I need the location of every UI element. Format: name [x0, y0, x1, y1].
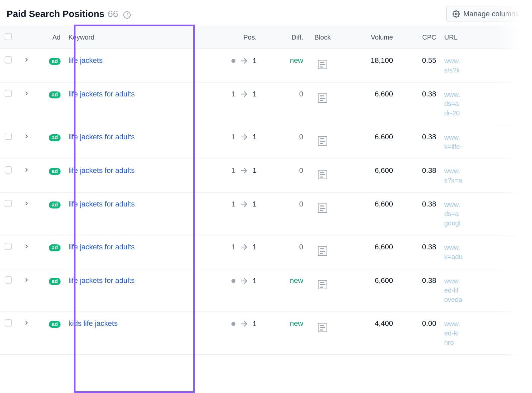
table-row: ad life jackets 1 new 18,100 0.55 www.s/…: [0, 49, 532, 82]
col-volume[interactable]: Volume: [339, 26, 396, 49]
cpc-value: 0.55: [422, 56, 436, 65]
url-fragment: s?k=a: [444, 176, 529, 185]
chevron-right-icon[interactable]: [24, 200, 30, 206]
col-diff[interactable]: Diff.: [259, 26, 306, 49]
keyword-link[interactable]: life jackets for adults: [68, 90, 135, 98]
url-link[interactable]: www.ds=agoogl: [444, 200, 529, 228]
cpc-value: 0.38: [422, 90, 436, 98]
pos-current: 1: [253, 277, 257, 285]
serp-block-icon[interactable]: [318, 203, 327, 213]
col-url[interactable]: URL: [439, 26, 532, 49]
url-fragment: www.: [444, 56, 529, 66]
chevron-right-icon[interactable]: [24, 320, 30, 326]
ad-badge[interactable]: ad: [49, 278, 61, 285]
url-link[interactable]: www.s?k=a: [444, 166, 529, 185]
table-row: ad life jackets for adults 1 1 0 6,600 0…: [0, 235, 532, 269]
url-link[interactable]: www.k=life-: [444, 133, 529, 151]
arrow-right-icon: [240, 133, 248, 141]
ad-badge[interactable]: ad: [49, 91, 61, 98]
diff-value: 0: [299, 166, 303, 175]
ad-badge[interactable]: ad: [49, 244, 61, 251]
manage-columns-button[interactable]: Manage columns: [446, 6, 525, 22]
url-fragment: dr-20: [444, 108, 529, 118]
pos-prev: 1: [231, 200, 235, 208]
chevron-right-icon[interactable]: [24, 57, 30, 63]
ad-badge[interactable]: ad: [49, 168, 61, 175]
row-checkbox[interactable]: [5, 166, 12, 174]
arrow-right-icon: [240, 57, 248, 65]
col-cpc[interactable]: CPC: [396, 26, 439, 49]
diff-value: new: [290, 56, 303, 65]
row-checkbox[interactable]: [5, 56, 12, 64]
volume-value: 6,600: [375, 133, 393, 141]
serp-block-icon[interactable]: [318, 323, 327, 332]
volume-value: 6,600: [375, 243, 393, 251]
serp-block-icon[interactable]: [318, 93, 327, 103]
ad-badge[interactable]: ad: [49, 321, 61, 328]
volume-value: 6,600: [375, 90, 393, 98]
keyword-link[interactable]: kids life jackets: [68, 319, 118, 328]
cpc-value: 0.38: [422, 243, 436, 251]
url-link[interactable]: www.k=adu: [444, 243, 529, 261]
cpc-value: 0.38: [422, 166, 436, 175]
table-row: ad life jackets for adults 1 1 0 6,600 0…: [0, 159, 532, 193]
arrow-right-icon: [240, 277, 248, 285]
ad-badge[interactable]: ad: [49, 201, 61, 208]
keyword-link[interactable]: life jackets for adults: [68, 166, 135, 175]
url-link[interactable]: www.ds=adr-20: [444, 90, 529, 118]
chevron-right-icon[interactable]: [24, 133, 30, 139]
url-fragment: googl: [444, 218, 529, 228]
table-row: ad life jackets for adults 1 1 0 6,600 0…: [0, 125, 532, 159]
pos-current: 1: [253, 320, 257, 328]
col-keyword[interactable]: Keyword: [63, 26, 193, 49]
chevron-right-icon[interactable]: [24, 277, 30, 283]
serp-block-icon[interactable]: [318, 60, 327, 69]
url-link[interactable]: www.s/s?k: [444, 56, 529, 75]
pos-current: 1: [253, 90, 257, 98]
diff-value: 0: [299, 200, 303, 208]
serp-block-icon[interactable]: [318, 280, 327, 289]
pos-dot-icon: [231, 322, 235, 326]
serp-block-icon[interactable]: [318, 136, 327, 146]
cpc-value: 0.38: [422, 200, 436, 208]
url-fragment: www.: [444, 133, 529, 142]
ad-badge[interactable]: ad: [49, 134, 61, 141]
row-checkbox[interactable]: [5, 319, 12, 327]
url-link[interactable]: www.ed-lifoveda: [444, 276, 529, 304]
serp-block-icon[interactable]: [318, 246, 327, 256]
volume-value: 4,400: [375, 319, 393, 328]
row-checkbox[interactable]: [5, 243, 12, 250]
url-fragment: k=life-: [444, 142, 529, 151]
page-title: Paid Search Positions: [7, 9, 104, 19]
keyword-link[interactable]: life jackets for adults: [68, 200, 135, 208]
select-all-checkbox[interactable]: [5, 33, 12, 40]
col-block[interactable]: Block: [306, 26, 339, 49]
diff-value: new: [290, 276, 303, 285]
serp-block-icon[interactable]: [318, 170, 327, 179]
keyword-link[interactable]: life jackets for adults: [68, 276, 135, 285]
diff-value: 0: [299, 90, 303, 98]
pos-prev: 1: [231, 243, 235, 251]
arrow-right-icon: [240, 320, 248, 328]
keyword-link[interactable]: life jackets: [68, 56, 103, 65]
col-ad[interactable]: Ad: [37, 26, 63, 49]
pos-dot-icon: [231, 279, 235, 283]
volume-value: 6,600: [375, 200, 393, 208]
cpc-value: 0.00: [422, 319, 436, 328]
chevron-right-icon[interactable]: [24, 243, 30, 249]
url-link[interactable]: www.ed-kinro: [444, 319, 529, 347]
row-checkbox[interactable]: [5, 276, 12, 284]
ad-badge[interactable]: ad: [49, 58, 61, 65]
info-icon[interactable]: i: [123, 11, 131, 19]
keyword-link[interactable]: life jackets for adults: [68, 243, 135, 251]
chevron-right-icon[interactable]: [24, 90, 30, 96]
keyword-link[interactable]: life jackets for adults: [68, 133, 135, 141]
row-checkbox[interactable]: [5, 200, 12, 207]
gear-icon: [453, 10, 460, 18]
row-checkbox[interactable]: [5, 90, 12, 97]
pos-prev: 1: [231, 166, 235, 175]
row-checkbox[interactable]: [5, 133, 12, 140]
chevron-right-icon[interactable]: [24, 167, 30, 173]
url-fragment: ds=a: [444, 209, 529, 218]
col-pos[interactable]: Pos.: [193, 26, 259, 49]
